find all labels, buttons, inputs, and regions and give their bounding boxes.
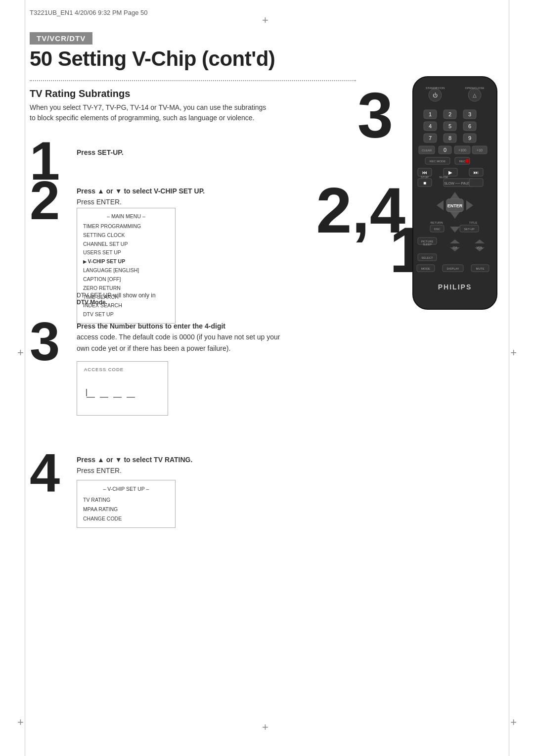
- svg-text:SET-UP: SET-UP: [464, 228, 475, 231]
- step3-number: 3: [30, 314, 60, 369]
- svg-text:9: 9: [468, 135, 471, 141]
- menu-item-caption: CAPTION [OFF]: [83, 275, 169, 284]
- access-code-label: ACCESS CODE: [84, 367, 124, 372]
- step4-normal: Press ENTER.: [77, 467, 122, 474]
- svg-text:VOL: VOL: [477, 246, 483, 249]
- svg-text:SLOW ── PAUSE: SLOW ── PAUSE: [444, 182, 473, 185]
- menu-item-language: LANGUAGE [ENGLISH]: [83, 266, 169, 275]
- menu-item-dtv: DTV SET UP: [83, 310, 169, 319]
- vchip-item-change: CHANGE CODE: [83, 514, 169, 523]
- step3-bold: Press the Number buttons to enter the 4-…: [77, 322, 225, 330]
- step4-bold: Press ▲ or ▼ to select TV RATING.: [77, 456, 192, 464]
- svg-text:△: △: [473, 93, 477, 98]
- svg-text:+10: +10: [477, 148, 483, 152]
- svg-text:ENTER: ENTER: [447, 203, 463, 208]
- svg-text:⏻: ⏻: [433, 93, 438, 98]
- menu-item-zero: ZERO RETURN: [83, 284, 169, 293]
- step2-text: Press ▲ or ▼ to select V-CHIP SET UP. Pr…: [77, 186, 205, 208]
- margin-line-left: [25, 0, 25, 756]
- svg-text:8: 8: [448, 135, 451, 141]
- step2-normal: Press ENTER.: [77, 198, 122, 206]
- vchip-menu-box: – V-CHIP SET UP – TV RATING MPAA RATING …: [77, 480, 176, 528]
- svg-text:+100: +100: [458, 148, 466, 152]
- crosshair-mr: +: [510, 346, 517, 359]
- dtv-note-line1: DTV SET UP will show only in: [77, 292, 156, 299]
- svg-text:■: ■: [423, 180, 426, 186]
- crosshair-bl: +: [17, 716, 24, 729]
- step3-text: Press the Number buttons to enter the 4-…: [77, 321, 289, 354]
- step2-number: 2: [30, 173, 60, 228]
- svg-text:⏭: ⏭: [474, 170, 479, 175]
- remote-control: STANDBY/ON ⏻ OPEN/CLOSE △ 1 2 3 4 5 6 7 …: [403, 74, 507, 324]
- crosshair-top: [262, 14, 274, 26]
- header-meta: T3221UB_EN1 4/20/06 9:32 PM Page 50: [30, 9, 148, 16]
- menu-item-clock: SETTING CLOCK: [83, 231, 169, 240]
- dtv-note-line2: DTV Mode.: [77, 299, 107, 306]
- main-menu-box: – MAIN MENU – TIMER PROGRAMMING SETTING …: [77, 208, 176, 324]
- svg-text:CH: CH: [453, 246, 457, 249]
- margin-line-right: [509, 0, 509, 756]
- step2-bold: Press ▲ or ▼ to select V-CHIP SET UP.: [77, 187, 205, 195]
- svg-text:REC MODE: REC MODE: [430, 160, 445, 163]
- svg-text:STOP: STOP: [421, 176, 429, 179]
- big-number-3: 3: [357, 83, 393, 147]
- vchip-item-mpaa: MPAA RATING: [83, 505, 169, 514]
- vchip-item-tv: TV RATING: [83, 495, 169, 505]
- svg-text:SLEEP: SLEEP: [423, 243, 432, 246]
- svg-text:SELECT: SELECT: [421, 256, 433, 259]
- svg-text:4: 4: [429, 123, 432, 129]
- menu-item-channel: CHANNEL SET UP: [83, 240, 169, 249]
- step1-text: Press SET-UP.: [77, 148, 124, 156]
- svg-rect-50: [469, 179, 483, 187]
- menu-item-users: USERS SET UP: [83, 248, 169, 257]
- access-code-display: [84, 385, 143, 402]
- svg-text:DISPLAY: DISPLAY: [447, 267, 459, 270]
- svg-text:1: 1: [429, 111, 432, 117]
- svg-text:0: 0: [444, 147, 446, 153]
- crosshair-br: +: [510, 716, 517, 729]
- svg-text:6: 6: [468, 123, 471, 129]
- page-title: 50 Setting V-Chip (cont'd): [30, 47, 275, 71]
- crosshair-ml: +: [17, 346, 24, 359]
- svg-point-37: [465, 159, 469, 163]
- svg-text:PHILIPS: PHILIPS: [438, 283, 472, 291]
- menu-item-vchip: V-CHIP SET UP: [83, 257, 169, 266]
- step4-number: 4: [30, 445, 60, 500]
- svg-text:⏮: ⏮: [422, 170, 427, 175]
- svg-text:▶: ▶: [448, 170, 452, 175]
- main-menu-title: – MAIN MENU –: [83, 212, 169, 221]
- svg-text:STANDBY/ON: STANDBY/ON: [426, 87, 445, 90]
- svg-text:5: 5: [448, 123, 451, 129]
- svg-text:3: 3: [468, 111, 471, 117]
- badge-label: TV/VCR/DTV: [30, 32, 92, 45]
- dotted-separator: [30, 80, 356, 81]
- step3-normal: access code. The default code is 0000 (i…: [77, 333, 280, 352]
- menu-item-timer: TIMER PROGRAMMING: [83, 222, 169, 231]
- dtv-note: DTV SET UP will show only in DTV Mode.: [77, 292, 156, 306]
- svg-text:RETURN: RETURN: [431, 221, 443, 224]
- svg-text:DSC: DSC: [434, 228, 441, 231]
- svg-text:SLOW: SLOW: [439, 176, 448, 179]
- step1-label: Press SET-UP.: [77, 148, 124, 156]
- svg-text:MUTE: MUTE: [476, 267, 485, 270]
- vchip-menu-title: – V-CHIP SET UP –: [83, 484, 169, 494]
- svg-text:MODE: MODE: [421, 267, 430, 270]
- svg-text:REC: REC: [459, 160, 466, 163]
- crosshair-bc: +: [262, 721, 268, 734]
- svg-text:TITLE: TITLE: [469, 221, 477, 224]
- access-code-box: ACCESS CODE: [77, 361, 168, 416]
- svg-text:2: 2: [448, 111, 451, 117]
- svg-text:OPEN/CLOSE: OPEN/CLOSE: [465, 87, 484, 90]
- svg-text:CLEAR: CLEAR: [422, 149, 432, 152]
- svg-text:7: 7: [429, 135, 432, 141]
- section-heading: TV Rating Subratings: [30, 88, 130, 99]
- badge-container: TV/VCR/DTV: [30, 32, 92, 45]
- step4-text: Press ▲ or ▼ to select TV RATING. Press …: [77, 454, 192, 476]
- section-body: When you select TV-Y7, TV-PG, TV-14 or T…: [30, 102, 272, 123]
